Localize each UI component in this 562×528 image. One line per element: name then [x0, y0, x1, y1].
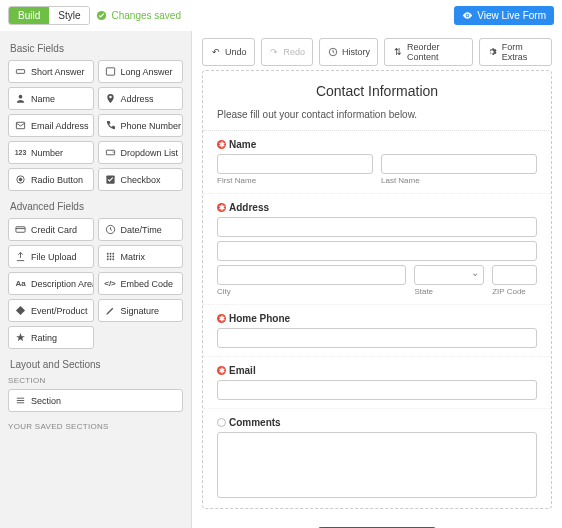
label: Name — [229, 139, 256, 150]
address-line2-input[interactable] — [217, 241, 537, 261]
text-icon: Aa — [15, 278, 26, 289]
dropdown-icon — [105, 147, 116, 158]
field-email[interactable]: Email Address — [8, 114, 94, 137]
last-name-input[interactable] — [381, 154, 537, 174]
field-event-product[interactable]: Event/Product — [8, 299, 94, 322]
checkbox-icon — [105, 174, 116, 185]
form-scroll[interactable]: Contact Information Please fill out your… — [192, 70, 562, 528]
redo-icon: ↷ — [269, 47, 280, 58]
field-rating[interactable]: Rating — [8, 326, 94, 349]
field-block-address[interactable]: ✱Address City State ZIP Code — [203, 194, 551, 305]
short-answer-icon — [15, 66, 26, 77]
tab-build[interactable]: Build — [9, 7, 49, 24]
state-select[interactable] — [414, 265, 484, 285]
field-short-answer[interactable]: Short Answer — [8, 60, 94, 83]
field-block-name[interactable]: ✱Name First Name Last Name — [203, 131, 551, 194]
field-number[interactable]: 123Number — [8, 141, 94, 164]
phone-icon — [105, 120, 116, 131]
svg-point-17 — [109, 256, 111, 258]
extras-button[interactable]: Form Extras — [479, 38, 552, 66]
save-status: Changes saved — [96, 10, 181, 21]
field-matrix[interactable]: Matrix — [98, 245, 184, 268]
label: Rating — [31, 333, 57, 343]
label: Date/Time — [121, 225, 162, 235]
long-answer-icon — [105, 66, 116, 77]
field-phone[interactable]: Phone Number — [98, 114, 184, 137]
phone-input[interactable] — [217, 328, 537, 348]
field-checkbox[interactable]: Checkbox — [98, 168, 184, 191]
field-long-answer[interactable]: Long Answer — [98, 60, 184, 83]
svg-point-1 — [467, 15, 469, 17]
field-address[interactable]: Address — [98, 87, 184, 110]
svg-point-15 — [112, 253, 114, 255]
field-credit-card[interactable]: Credit Card — [8, 218, 94, 241]
svg-point-4 — [19, 95, 23, 99]
required-icon: ✱ — [217, 203, 226, 212]
label: Credit Card — [31, 225, 77, 235]
label: Reorder Content — [407, 42, 465, 62]
field-embed[interactable]: </>Embed Code — [98, 272, 184, 295]
field-description[interactable]: AaDescription Area — [8, 272, 94, 295]
label: History — [342, 47, 370, 57]
field-dropdown[interactable]: Dropdown List — [98, 141, 184, 164]
first-name-input[interactable] — [217, 154, 373, 174]
comments-textarea[interactable] — [217, 432, 537, 498]
undo-button[interactable]: ↶Undo — [202, 38, 255, 66]
reorder-button[interactable]: ⇅Reorder Content — [384, 38, 473, 66]
history-icon — [327, 47, 338, 58]
field-block-comments[interactable]: Comments — [203, 409, 551, 508]
label: Signature — [121, 306, 160, 316]
matrix-icon — [105, 251, 116, 262]
label: Email — [229, 365, 256, 376]
field-block-phone[interactable]: ✱Home Phone — [203, 305, 551, 357]
field-file-upload[interactable]: File Upload — [8, 245, 94, 268]
saved-sections-subheading: YOUR SAVED SECTIONS — [8, 422, 183, 431]
required-icon: ✱ — [217, 140, 226, 149]
redo-button[interactable]: ↷Redo — [261, 38, 314, 66]
label: Checkbox — [121, 175, 161, 185]
svg-rect-3 — [106, 68, 114, 75]
field-block-email[interactable]: ✱Email — [203, 357, 551, 409]
svg-point-13 — [106, 253, 108, 255]
history-button[interactable]: History — [319, 38, 378, 66]
city-input[interactable] — [217, 265, 406, 285]
zip-sublabel: ZIP Code — [492, 287, 537, 296]
label: Name — [31, 94, 55, 104]
undo-icon: ↶ — [210, 47, 221, 58]
radio-icon — [15, 174, 26, 185]
label: Form Extras — [502, 42, 544, 62]
clock-icon — [105, 224, 116, 235]
field-name[interactable]: Name — [8, 87, 94, 110]
tab-style[interactable]: Style — [49, 7, 89, 24]
view-live-button[interactable]: View Live Form — [454, 6, 554, 25]
mode-tabs: Build Style — [8, 6, 90, 25]
label: Redo — [284, 47, 306, 57]
label: Radio Button — [31, 175, 83, 185]
code-icon: </> — [105, 278, 116, 289]
pen-icon — [105, 305, 116, 316]
field-signature[interactable]: Signature — [98, 299, 184, 322]
address-line1-input[interactable] — [217, 217, 537, 237]
canvas: ↶Undo ↷Redo History ⇅Reorder Content For… — [192, 31, 562, 528]
zip-input[interactable] — [492, 265, 537, 285]
form-title: Contact Information — [217, 83, 537, 99]
city-sublabel: City — [217, 287, 406, 296]
view-live-label: View Live Form — [477, 10, 546, 21]
svg-point-14 — [109, 253, 111, 255]
number-icon: 123 — [15, 147, 26, 158]
advanced-fields-heading: Advanced Fields — [10, 201, 183, 212]
section-item[interactable]: Section — [8, 389, 183, 412]
label: Matrix — [121, 252, 146, 262]
required-icon: ✱ — [217, 314, 226, 323]
pin-icon — [105, 93, 116, 104]
sidebar: Basic Fields Short Answer Long Answer Na… — [0, 31, 192, 528]
label: Section — [31, 396, 61, 406]
email-input[interactable] — [217, 380, 537, 400]
field-datetime[interactable]: Date/Time — [98, 218, 184, 241]
layout-heading: Layout and Sections — [10, 359, 183, 370]
form-card[interactable]: Contact Information Please fill out your… — [202, 70, 552, 509]
field-radio[interactable]: Radio Button — [8, 168, 94, 191]
form-header[interactable]: Contact Information Please fill out your… — [203, 71, 551, 131]
required-icon: ✱ — [217, 366, 226, 375]
basic-fields-grid: Short Answer Long Answer Name Address Em… — [8, 60, 183, 191]
